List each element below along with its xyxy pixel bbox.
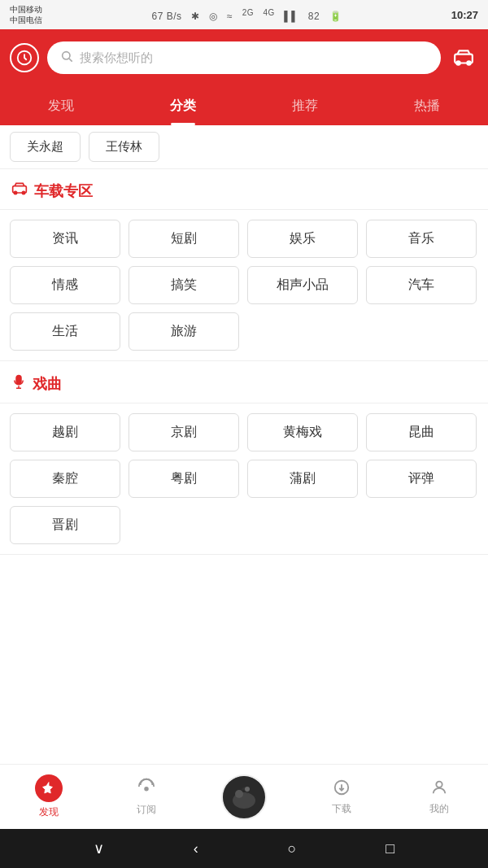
android-home-btn[interactable]: ○ [288,840,297,857]
tag-jinju[interactable]: 晋剧 [10,506,120,544]
android-down-btn[interactable]: ∨ [94,840,104,857]
tag-qinqiang[interactable]: 秦腔 [10,460,120,498]
nav-item-player[interactable] [195,774,293,820]
tag-yueju2[interactable]: 粤剧 [129,460,239,498]
tag-guanyongchao[interactable]: 关永超 [10,132,81,162]
tag-qinggan[interactable]: 情感 [10,266,120,304]
tag-pingtan[interactable]: 评弹 [366,460,477,498]
section-header-car: 车载专区 [0,169,488,210]
nav-item-subscribe[interactable]: 订阅 [98,777,195,817]
download-icon [333,779,351,799]
xiqu-tag-grid: 越剧 京剧 黄梅戏 昆曲 秦腔 粤剧 蒲剧 评弹 晋剧 [0,403,488,555]
tag-huangmei[interactable]: 黄梅戏 [247,413,358,451]
mine-icon [430,779,448,799]
tag-wangchuanlin[interactable]: 王传林 [89,132,159,162]
svg-point-4 [456,61,460,64]
nav-item-download[interactable]: 下载 [293,779,390,816]
section-title-xiqu: 戏曲 [33,374,62,394]
discover-icon-bg [35,774,63,802]
carrier-info: 中国移动 中国电信 [10,4,42,25]
player-avatar [221,774,267,820]
svg-point-8 [22,191,24,194]
section-header-xiqu: 戏曲 [0,361,488,403]
tab-hot[interactable]: 热播 [366,86,488,125]
subscribe-icon [137,777,155,800]
tag-lvyou[interactable]: 旅游 [129,312,239,351]
tag-xiangsheng[interactable]: 相声小品 [247,266,358,304]
svg-point-7 [14,191,16,194]
tag-yule[interactable]: 娱乐 [247,220,358,258]
svg-point-16 [245,787,250,792]
tag-gaoxiao[interactable]: 搞笑 [129,266,239,304]
search-bar[interactable]: 搜索你想听的 [47,41,441,74]
car-tag-grid: 资讯 短剧 娱乐 音乐 情感 搞笑 相声小品 汽车 生活 旅游 [0,210,488,361]
status-bar: 中国移动 中国电信 67 B/s ✱ ◎ ≈ 2G 4G ▌▌ 82 🔋 10:… [0,0,488,29]
clock-icon[interactable] [10,43,39,72]
android-recent-btn[interactable]: □ [386,840,394,857]
tag-kunqu[interactable]: 昆曲 [366,413,477,451]
tag-duanju[interactable]: 短剧 [129,220,239,258]
car-icon[interactable] [449,43,478,72]
tab-category[interactable]: 分类 [122,86,244,125]
svg-point-5 [467,61,470,64]
svg-line-2 [69,59,72,62]
partial-tag-row: 关永超 王传林 [0,125,488,169]
tag-yinyue[interactable]: 音乐 [366,220,477,258]
tag-qiche[interactable]: 汽车 [366,266,477,304]
svg-point-12 [145,787,148,791]
signal-info: 67 B/s ✱ ◎ ≈ 2G 4G ▌▌ 82 🔋 [152,8,342,22]
tag-shenghuo[interactable]: 生活 [10,312,120,351]
tag-puju[interactable]: 蒲剧 [247,460,358,498]
tab-discover[interactable]: 发现 [0,86,122,125]
tag-yueju[interactable]: 越剧 [10,413,120,451]
svg-point-15 [235,790,243,798]
time-display: 10:27 [451,9,478,21]
tag-jingju[interactable]: 京剧 [129,413,239,451]
section-title-car: 车载专区 [34,181,93,201]
tab-recommend[interactable]: 推荐 [244,86,366,125]
nav-item-discover[interactable]: 发现 [0,774,98,819]
nav-tabs: 发现 分类 推荐 热播 [0,86,488,125]
search-icon [60,50,73,66]
search-placeholder: 搜索你想听的 [80,50,153,66]
mic-section-icon [11,373,26,395]
android-back-btn[interactable]: ‹ [194,840,198,857]
bottom-nav: 发现 订阅 [0,764,488,829]
app-header: 搜索你想听的 [0,29,488,86]
svg-point-19 [436,781,442,787]
content-area: 关永超 王传林 车载专区 资讯 短剧 娱乐 音乐 情感 搞笑 相声小品 汽车 生… [0,125,488,764]
tag-zixun[interactable]: 资讯 [10,220,120,258]
svg-point-1 [63,52,70,59]
nav-item-mine[interactable]: 我的 [390,779,488,816]
car-section-icon [11,181,28,201]
android-nav-bar: ∨ ‹ ○ □ [0,829,488,868]
